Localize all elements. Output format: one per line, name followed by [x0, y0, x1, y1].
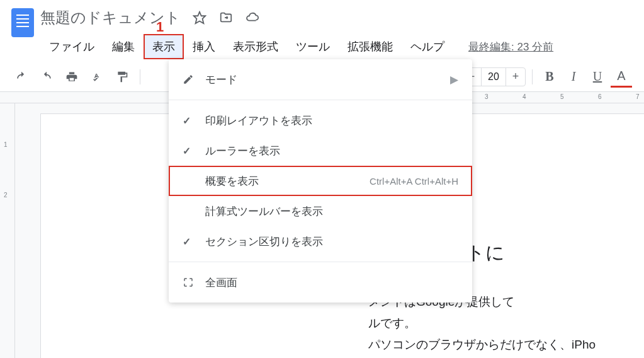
doc-body-line[interactable]: パソコンのブラウザからだけでなく、iPho — [368, 334, 644, 355]
star-icon[interactable] — [192, 10, 207, 25]
menu-equation-toolbar[interactable]: 計算式ツールバーを表示 — [169, 196, 472, 226]
check-icon: ✓ — [183, 236, 205, 248]
menu-format[interactable]: 表示形式 — [224, 34, 287, 59]
undo-button[interactable] — [10, 66, 33, 88]
menu-separator — [169, 262, 472, 262]
zoom-value[interactable]: 20 — [481, 68, 506, 86]
redo-button[interactable] — [35, 66, 58, 88]
menu-show-outline[interactable]: 概要を表示 Ctrl+Alt+A Ctrl+Alt+H — [169, 166, 472, 196]
menu-extensions[interactable]: 拡張機能 — [339, 34, 402, 59]
doc-body-line[interactable]: ルです。 — [368, 313, 644, 334]
menu-help[interactable]: ヘルプ — [402, 34, 453, 59]
menu-section-breaks[interactable]: ✓ セクション区切りを表示 — [169, 226, 472, 257]
paint-format-button[interactable] — [111, 66, 133, 88]
italic-button[interactable]: I — [563, 66, 584, 88]
submenu-arrow-icon: ▶ — [450, 73, 458, 86]
docs-logo[interactable] — [5, 5, 40, 40]
last-edit-link[interactable]: 最終編集: 23 分前 — [468, 40, 553, 54]
menu-edit[interactable]: 編集 — [103, 34, 144, 59]
menu-file[interactable]: ファイル — [40, 34, 103, 59]
menu-insert[interactable]: 挿入 — [184, 34, 224, 59]
shortcut-text: Ctrl+Alt+A Ctrl+Alt+H — [370, 176, 458, 187]
menu-print-layout[interactable]: ✓ 印刷レイアウトを表示 — [169, 105, 472, 136]
fullscreen-icon — [183, 277, 205, 288]
menu-view[interactable]: 表示 — [144, 34, 184, 59]
menu-fullscreen[interactable]: 全画面 — [169, 267, 472, 297]
bold-button[interactable]: B — [539, 66, 560, 88]
menubar: ファイル 編集 表示 挿入 表示形式 ツール 拡張機能 ヘルプ 最終編集: 23… — [40, 34, 644, 59]
spellcheck-button[interactable] — [86, 66, 108, 88]
text-color-button[interactable]: A — [611, 66, 632, 88]
vertical-ruler: 1 2 — [0, 103, 15, 358]
toolbar-separator — [532, 69, 533, 84]
zoom-in-button[interactable]: + — [506, 70, 525, 83]
underline-button[interactable]: U — [587, 66, 608, 88]
menu-mode[interactable]: モード ▶ — [169, 64, 472, 95]
menu-tools[interactable]: ツール — [287, 34, 339, 59]
menu-separator — [169, 100, 472, 100]
pencil-icon — [183, 74, 205, 85]
print-button[interactable] — [60, 66, 83, 88]
move-folder-icon[interactable] — [218, 10, 234, 25]
view-menu-dropdown: モード ▶ ✓ 印刷レイアウトを表示 ✓ ルーラーを表示 概要を表示 Ctrl+… — [169, 59, 472, 303]
annotation-1: 1 — [156, 19, 164, 35]
toolbar-separator — [140, 69, 140, 84]
menu-show-ruler[interactable]: ✓ ルーラーを表示 — [169, 136, 472, 166]
check-icon: ✓ — [183, 115, 205, 127]
check-icon: ✓ — [183, 145, 205, 157]
svg-marker-0 — [194, 12, 205, 23]
cloud-status-icon[interactable] — [245, 10, 260, 25]
